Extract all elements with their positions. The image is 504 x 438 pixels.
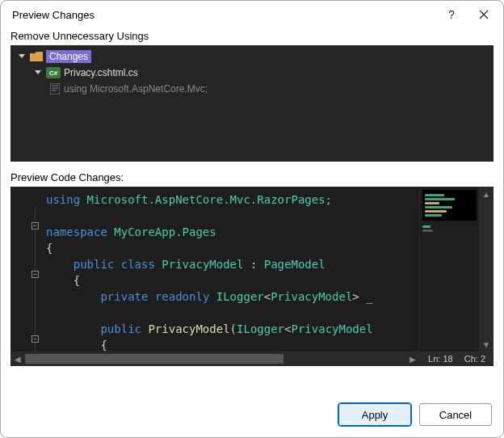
code-token: ( xyxy=(230,322,237,335)
minimap-line xyxy=(425,194,444,196)
dialog-title: Preview Changes xyxy=(12,9,435,21)
apply-button[interactable]: Apply xyxy=(338,403,411,426)
vertical-scrollbar[interactable]: ▲ ▼ xyxy=(479,187,494,352)
code-snippet-icon xyxy=(49,83,61,95)
titlebar: Preview Changes ? xyxy=(1,1,503,28)
code-token: namespace xyxy=(46,225,107,238)
code-token: Microsoft.AspNetCore.Mvc.RazorPages; xyxy=(80,193,332,206)
code-token: private xyxy=(100,290,148,303)
scroll-down-arrow-icon[interactable]: ▼ xyxy=(479,337,494,352)
fold-toggle[interactable]: − xyxy=(32,222,39,230)
minimap-line xyxy=(422,225,430,228)
code-preview: − − − using Microsoft.AspNetCore.Mvc.Raz… xyxy=(10,187,494,366)
tree-change-label: using Microsoft.AspNetCore.Mvc; xyxy=(64,83,208,95)
code-text[interactable]: using Microsoft.AspNetCore.Mvc.RazorPage… xyxy=(43,187,419,352)
svg-rect-0 xyxy=(50,83,60,95)
tree-root[interactable]: Changes xyxy=(15,48,489,65)
code-token: > xyxy=(352,290,359,303)
code-token: PrivacyModel xyxy=(141,322,230,335)
editor-status: Ln: 18 Ch: 2 xyxy=(420,354,494,364)
minimap-line xyxy=(425,202,439,204)
scroll-up-arrow-icon[interactable]: ▲ xyxy=(479,187,494,201)
code-token: PrivacyModel xyxy=(291,322,372,335)
scroll-thumb[interactable] xyxy=(25,354,284,364)
code-token: readonly xyxy=(148,290,209,303)
code-gutter: − − − xyxy=(10,187,43,352)
code-token: public xyxy=(74,258,115,271)
code-token: PrivacyModel xyxy=(271,290,352,303)
minimap-line xyxy=(425,198,455,200)
minimap-line xyxy=(425,214,442,217)
code-token: using xyxy=(46,193,80,206)
code-token: MyCoreApp.Pages xyxy=(107,225,216,238)
expander-icon[interactable] xyxy=(33,68,43,78)
cancel-button[interactable]: Cancel xyxy=(419,403,492,426)
tree-root-label: Changes xyxy=(46,50,91,63)
code-token: _ xyxy=(359,290,373,303)
scroll-right-arrow-icon[interactable]: ▶ xyxy=(405,352,420,366)
minimap[interactable] xyxy=(419,187,479,352)
code-token: { xyxy=(46,242,52,255)
code-token: public xyxy=(100,322,141,335)
minimap-line xyxy=(425,206,452,208)
folder-icon xyxy=(30,51,43,62)
help-button[interactable]: ? xyxy=(435,2,468,27)
dialog-footer: Apply Cancel xyxy=(1,392,503,437)
status-line: Ln: 18 xyxy=(428,354,453,364)
tree-file-label: Privacy.cshtml.cs xyxy=(64,67,138,78)
tree-change-item[interactable]: using Microsoft.AspNetCore.Mvc; xyxy=(15,81,489,97)
expander-icon[interactable] xyxy=(17,52,27,61)
close-icon xyxy=(479,10,489,19)
horizontal-scrollbar[interactable] xyxy=(25,353,405,364)
code-token: < xyxy=(264,290,271,303)
close-button[interactable] xyxy=(468,2,500,27)
horizontal-scrollbar-row: ◀ ▶ Ln: 18 Ch: 2 xyxy=(10,352,494,366)
minimap-line xyxy=(425,210,447,213)
status-column: Ch: 2 xyxy=(464,354,485,364)
fold-toggle[interactable]: − xyxy=(32,271,39,278)
tree-file[interactable]: C# Privacy.cshtml.cs xyxy=(15,65,489,81)
code-token: { xyxy=(74,274,80,287)
code-token: ILogger xyxy=(237,322,284,335)
changes-tree[interactable]: Changes C# Privacy.cshtml.cs using Micro… xyxy=(10,45,494,162)
section-preview-code-label: Preview Code Changes: xyxy=(1,170,503,187)
code-token: { xyxy=(100,339,107,352)
csharp-file-icon: C# xyxy=(46,67,61,78)
code-token: PrivacyModel xyxy=(155,258,244,271)
code-token: : xyxy=(243,258,263,271)
code-token: class xyxy=(114,258,155,271)
section-remove-usings-label: Remove Unnecessary Usings xyxy=(1,28,503,45)
minimap-line xyxy=(422,230,433,232)
scroll-left-arrow-icon[interactable]: ◀ xyxy=(10,352,25,366)
code-token: ILogger xyxy=(209,290,263,303)
code-token: PageModel xyxy=(264,258,326,271)
fold-toggle[interactable]: − xyxy=(32,335,39,343)
